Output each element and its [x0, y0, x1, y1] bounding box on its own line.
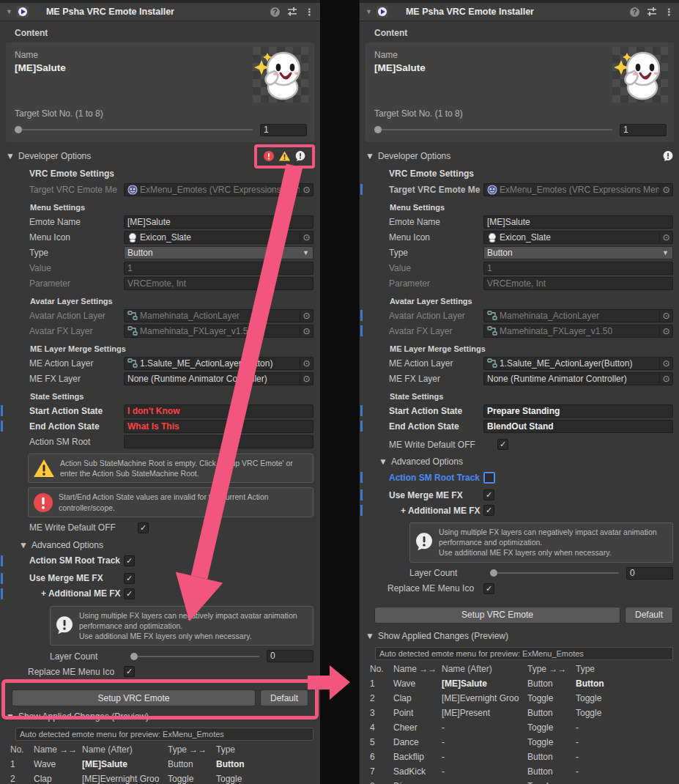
object-picker-icon[interactable]: ⊙	[659, 184, 672, 196]
object-picker-icon[interactable]: ⊙	[300, 373, 313, 385]
object-picker-icon[interactable]: ⊙	[300, 325, 313, 337]
table-cell-type: Toggle	[527, 693, 576, 703]
table-cell-type: Button	[168, 759, 216, 769]
target-slot-slider[interactable]	[15, 129, 253, 130]
end-action-state-field[interactable]: What Is This	[124, 420, 313, 433]
help-icon[interactable]: ?	[630, 7, 639, 17]
table-row: 6Backflip-Button-	[370, 750, 673, 764]
developer-options-foldout[interactable]: ▼ Developer Options	[0, 148, 320, 164]
action-sm-root-track-checkbox[interactable]: ✓	[124, 555, 135, 566]
presets-icon[interactable]	[287, 7, 297, 17]
table-cell-no: 4	[370, 722, 393, 733]
show-applied-changes-foldout[interactable]: ▼ Show Applied Changes (Preview)	[360, 628, 679, 644]
target-slot-slider[interactable]	[374, 129, 612, 130]
me-action-layer-field[interactable]: 1.Salute_ME_ActionLayer(Button) ⊙	[124, 357, 313, 370]
type-dropdown[interactable]: Button ▼	[483, 246, 673, 259]
avatar-action-layer-field[interactable]: Mamehinata_ActionLayer ⊙	[483, 309, 673, 322]
me-write-default-checkbox[interactable]: ✓	[497, 439, 508, 450]
kebab-menu-icon[interactable]: ⋮	[664, 7, 674, 18]
me-action-layer-row: ME Action Layer 1.Salute_ME_ActionLayer(…	[0, 355, 320, 371]
component-header[interactable]: ▼ ME Psha VRC Emote Installer ? ⋮	[360, 0, 679, 21]
foldout-icon[interactable]: ▼	[19, 540, 28, 550]
target-slot-value[interactable]: 1	[260, 124, 307, 136]
me-write-default-checkbox[interactable]: ✓	[138, 522, 149, 533]
emote-name-field[interactable]: [ME]Salute	[483, 215, 673, 229]
layer-count-slider[interactable]	[130, 656, 259, 657]
target-vrc-emote-menu-field[interactable]: ExMenu_Emotes (VRC Expressions Menu) ⊙	[124, 183, 313, 196]
end-action-state-field[interactable]: BlendOut Stand	[483, 420, 673, 433]
use-merge-me-fx-checkbox[interactable]: ✓	[483, 489, 494, 500]
slider-knob[interactable]	[130, 653, 138, 660]
object-picker-icon[interactable]: ⊙	[659, 325, 672, 337]
component-header[interactable]: ▼ ME Psha VRC Emote Installer ? ⋮	[0, 0, 320, 21]
menu-icon-field[interactable]: Exicon_Slate ⊙	[483, 231, 673, 244]
foldout-icon[interactable]: ▼	[366, 8, 372, 15]
object-picker-icon[interactable]: ⊙	[659, 310, 672, 322]
object-picker-icon[interactable]: ⊙	[300, 232, 313, 243]
object-picker-icon[interactable]: ⊙	[659, 358, 672, 369]
start-action-state-field[interactable]: I don't Know	[124, 404, 313, 418]
advanced-options-foldout[interactable]: ▼ Advanced Options	[0, 537, 320, 553]
preview-info-field: Auto detected emote menu for preview: Ex…	[15, 728, 313, 741]
object-picker-icon[interactable]: ⊙	[659, 232, 672, 243]
kebab-menu-icon[interactable]: ⋮	[305, 7, 314, 18]
target-vrc-emote-menu-field[interactable]: ExMenu_Emotes (VRC Expressions Menu) ⊙	[483, 183, 673, 196]
object-picker-icon[interactable]: ⊙	[300, 184, 313, 196]
type-row: Type Button ▼	[360, 245, 679, 260]
help-icon[interactable]: ?	[270, 7, 280, 17]
setup-vrc-emote-button[interactable]: Setup VRC Emote	[12, 689, 256, 706]
table-cell-no: 6	[370, 752, 393, 762]
object-picker-icon[interactable]: ⊙	[659, 373, 672, 385]
warning-status-icon	[279, 151, 290, 161]
layer-count-slider[interactable]	[490, 572, 619, 574]
use-merge-me-fx-row: Use Merge ME FX ✓	[360, 487, 679, 503]
presets-icon[interactable]	[647, 7, 657, 17]
layer-count-value[interactable]: 0	[267, 650, 313, 662]
avatar-action-layer-field[interactable]: Mamehinata_ActionLayer ⊙	[124, 309, 313, 322]
object-picker-icon[interactable]: ⊙	[300, 310, 313, 322]
target-slot-value[interactable]: 1	[620, 124, 667, 136]
advanced-options-foldout[interactable]: ▼ Advanced Options	[360, 454, 679, 470]
menu-icon-field[interactable]: Exicon_Slate ⊙	[124, 231, 313, 244]
replace-me-menu-checkbox[interactable]: ✓	[483, 583, 494, 594]
slider-knob[interactable]	[490, 569, 497, 577]
inspector-panel-left: ▼ ME Psha VRC Emote Installer ? ⋮ Conten…	[0, 0, 320, 784]
foldout-icon[interactable]: ▼	[366, 151, 374, 161]
action-sm-root-field[interactable]	[124, 435, 313, 448]
additional-me-fx-checkbox[interactable]: ✓	[124, 588, 135, 599]
table-cell-after: -	[442, 766, 527, 777]
foldout-icon[interactable]: ▼	[6, 151, 15, 161]
avatar-fx-layer-field[interactable]: Mamehinata_FXLayer_v1.50 ⊙	[124, 325, 313, 338]
layer-count-value[interactable]: 0	[626, 567, 673, 580]
object-picker-icon[interactable]: ⊙	[300, 358, 313, 369]
foldout-icon[interactable]: ▼	[366, 631, 374, 641]
warning-icon	[34, 459, 54, 478]
emote-thumbnail	[612, 47, 668, 103]
setup-vrc-emote-button[interactable]: Setup VRC Emote	[374, 607, 620, 624]
type-dropdown[interactable]: Button ▼	[124, 246, 313, 259]
start-action-state-field[interactable]: Prepare Standing	[483, 404, 673, 418]
preview-table: No. Name →→ Name (After) Type →→ Type 1W…	[370, 662, 673, 784]
foldout-icon[interactable]: ▼	[379, 456, 387, 467]
developer-options-foldout[interactable]: ▼ Developer Options	[360, 148, 679, 164]
default-button[interactable]: Default	[260, 689, 308, 706]
content-heading: Content	[0, 21, 320, 41]
emote-name-field[interactable]: [ME]Salute	[124, 215, 313, 229]
avatar-action-layer-row: Avatar Action Layer Mamehinata_ActionLay…	[360, 308, 679, 323]
additional-me-fx-checkbox[interactable]: ✓	[483, 505, 494, 516]
annotation-box-setup-button: Setup VRC Emote Default	[1, 679, 319, 720]
avatar-fx-layer-field[interactable]: Mamehinata_FXLayer_v1.50 ⊙	[483, 325, 673, 338]
foldout-icon[interactable]: ▼	[6, 8, 12, 15]
default-button[interactable]: Default	[625, 607, 673, 624]
me-fx-layer-field[interactable]: None (Runtime Animator Controller) ⊙	[483, 372, 673, 385]
action-sm-root-track-checkbox[interactable]	[483, 472, 495, 484]
me-action-layer-field[interactable]: 1.Salute_ME_ActionLayer(Button) ⊙	[483, 357, 673, 370]
action-sm-root-row: Action SM Root	[0, 434, 320, 449]
slider-knob[interactable]	[374, 126, 382, 133]
replace-me-menu-checkbox[interactable]: ✓	[124, 666, 135, 677]
me-fx-layer-field[interactable]: None (Runtime Animator Controller) ⊙	[124, 372, 313, 385]
slider-knob[interactable]	[15, 126, 22, 133]
vrc-expressions-menu-icon	[487, 185, 497, 195]
table-cell-name: Die	[393, 781, 442, 784]
use-merge-me-fx-checkbox[interactable]: ✓	[124, 573, 135, 584]
